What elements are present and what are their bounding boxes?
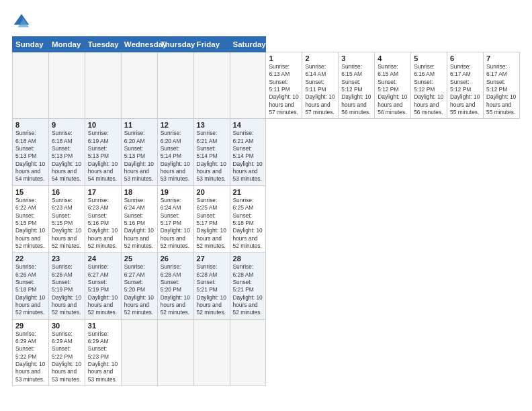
calendar-cell: 2Sunrise: 6:14 AMSunset: 5:11 PMDaylight… <box>302 52 339 119</box>
page-container: SundayMondayTuesdayWednesdayThursdayFrid… <box>0 0 532 411</box>
calendar-cell: 21Sunrise: 6:25 AMSunset: 5:18 PMDayligh… <box>230 185 266 252</box>
day-info: Sunrise: 6:19 AMSunset: 5:13 PMDaylight:… <box>88 130 118 182</box>
calendar-cell: 31Sunrise: 6:29 AMSunset: 5:23 PMDayligh… <box>85 319 121 385</box>
calendar-cell: 14Sunrise: 6:21 AMSunset: 5:14 PMDayligh… <box>230 119 266 185</box>
calendar-cell: 1Sunrise: 6:13 AMSunset: 5:11 PMDaylight… <box>266 52 302 119</box>
calendar-header-row: SundayMondayTuesdayWednesdayThursdayFrid… <box>13 37 520 52</box>
day-info: Sunrise: 6:24 AMSunset: 5:16 PMDaylight:… <box>124 197 154 249</box>
day-info: Sunrise: 6:28 AMSunset: 5:21 PMDaylight:… <box>233 263 263 316</box>
calendar-cell: 9Sunrise: 6:18 AMSunset: 5:13 PMDaylight… <box>48 119 85 185</box>
day-info: Sunrise: 6:16 AMSunset: 5:12 PMDaylight:… <box>414 63 443 116</box>
day-number: 31 <box>88 322 118 330</box>
logo <box>12 12 32 31</box>
calendar-week-row: 29Sunrise: 6:29 AMSunset: 5:22 PMDayligh… <box>13 319 520 385</box>
calendar-cell <box>157 52 193 119</box>
day-number: 24 <box>88 255 118 263</box>
calendar-week-row: 15Sunrise: 6:22 AMSunset: 5:15 PMDayligh… <box>13 185 520 252</box>
calendar-week-row: 22Sunrise: 6:26 AMSunset: 5:18 PMDayligh… <box>13 253 520 319</box>
calendar-cell: 10Sunrise: 6:19 AMSunset: 5:13 PMDayligh… <box>85 119 121 185</box>
day-number: 21 <box>233 188 263 196</box>
calendar-cell <box>230 319 266 385</box>
calendar-cell <box>121 52 157 119</box>
day-number: 27 <box>197 255 227 263</box>
day-info: Sunrise: 6:13 AMSunset: 5:11 PMDaylight:… <box>269 63 298 116</box>
day-number: 13 <box>197 121 227 129</box>
calendar-header-wednesday: Wednesday <box>121 37 157 52</box>
day-number: 28 <box>233 255 263 263</box>
day-number: 4 <box>378 54 408 62</box>
calendar-cell: 17Sunrise: 6:23 AMSunset: 5:16 PMDayligh… <box>85 185 121 252</box>
calendar-header-monday: Monday <box>48 37 85 52</box>
day-info: Sunrise: 6:23 AMSunset: 5:16 PMDaylight:… <box>88 197 118 249</box>
calendar-cell: 11Sunrise: 6:20 AMSunset: 5:13 PMDayligh… <box>121 119 157 185</box>
calendar-cell: 30Sunrise: 6:29 AMSunset: 5:22 PMDayligh… <box>48 319 85 385</box>
calendar-cell <box>121 319 157 385</box>
day-info: Sunrise: 6:15 AMSunset: 5:12 PMDaylight:… <box>378 63 407 116</box>
calendar-cell: 24Sunrise: 6:27 AMSunset: 5:19 PMDayligh… <box>85 253 121 319</box>
calendar-cell: 7Sunrise: 6:17 AMSunset: 5:12 PMDaylight… <box>483 52 519 119</box>
calendar-header-tuesday: Tuesday <box>85 37 121 52</box>
calendar-header-thursday: Thursday <box>157 37 193 52</box>
day-info: Sunrise: 6:21 AMSunset: 5:14 PMDaylight:… <box>197 130 226 182</box>
calendar-cell <box>85 52 121 119</box>
day-number: 7 <box>486 54 517 62</box>
day-number: 30 <box>52 322 82 330</box>
day-info: Sunrise: 6:18 AMSunset: 5:13 PMDaylight:… <box>52 130 81 182</box>
calendar-cell <box>157 319 193 385</box>
calendar-cell: 20Sunrise: 6:25 AMSunset: 5:17 PMDayligh… <box>193 185 230 252</box>
calendar-cell: 15Sunrise: 6:22 AMSunset: 5:15 PMDayligh… <box>13 185 49 252</box>
day-number: 8 <box>15 121 46 129</box>
calendar-week-row: 8Sunrise: 6:18 AMSunset: 5:13 PMDaylight… <box>13 119 520 185</box>
day-info: Sunrise: 6:24 AMSunset: 5:17 PMDaylight:… <box>161 197 190 249</box>
calendar-cell <box>48 52 85 119</box>
day-info: Sunrise: 6:29 AMSunset: 5:23 PMDaylight:… <box>88 330 118 383</box>
day-info: Sunrise: 6:25 AMSunset: 5:18 PMDaylight:… <box>233 197 263 249</box>
calendar-header-saturday: Saturday <box>230 37 266 52</box>
logo-icon <box>12 12 31 31</box>
day-info: Sunrise: 6:26 AMSunset: 5:18 PMDaylight:… <box>15 263 45 316</box>
calendar-cell: 26Sunrise: 6:28 AMSunset: 5:20 PMDayligh… <box>157 253 193 319</box>
day-number: 3 <box>341 54 371 62</box>
calendar-cell <box>230 52 266 119</box>
calendar-cell: 4Sunrise: 6:15 AMSunset: 5:12 PMDaylight… <box>375 52 411 119</box>
day-number: 20 <box>197 188 227 196</box>
calendar-body: 1Sunrise: 6:13 AMSunset: 5:11 PMDaylight… <box>13 52 520 386</box>
day-info: Sunrise: 6:21 AMSunset: 5:14 PMDaylight:… <box>233 130 263 182</box>
calendar-cell: 3Sunrise: 6:15 AMSunset: 5:12 PMDaylight… <box>339 52 375 119</box>
day-info: Sunrise: 6:17 AMSunset: 5:12 PMDaylight:… <box>450 63 480 116</box>
day-number: 11 <box>124 121 154 129</box>
day-info: Sunrise: 6:15 AMSunset: 5:12 PMDaylight:… <box>341 63 371 116</box>
calendar-cell <box>193 52 230 119</box>
calendar-cell <box>13 52 49 119</box>
day-info: Sunrise: 6:29 AMSunset: 5:22 PMDaylight:… <box>52 330 81 383</box>
calendar-cell: 22Sunrise: 6:26 AMSunset: 5:18 PMDayligh… <box>13 253 49 319</box>
day-info: Sunrise: 6:14 AMSunset: 5:11 PMDaylight:… <box>305 63 335 116</box>
day-info: Sunrise: 6:17 AMSunset: 5:12 PMDaylight:… <box>486 63 516 116</box>
day-info: Sunrise: 6:28 AMSunset: 5:21 PMDaylight:… <box>197 263 226 316</box>
day-number: 5 <box>414 54 444 62</box>
calendar-cell: 5Sunrise: 6:16 AMSunset: 5:12 PMDaylight… <box>411 52 447 119</box>
day-info: Sunrise: 6:27 AMSunset: 5:19 PMDaylight:… <box>88 263 118 316</box>
calendar-cell: 28Sunrise: 6:28 AMSunset: 5:21 PMDayligh… <box>230 253 266 319</box>
day-number: 22 <box>15 255 46 263</box>
day-number: 10 <box>88 121 118 129</box>
day-number: 26 <box>161 255 191 263</box>
day-info: Sunrise: 6:28 AMSunset: 5:20 PMDaylight:… <box>161 263 190 316</box>
calendar-cell: 27Sunrise: 6:28 AMSunset: 5:21 PMDayligh… <box>193 253 230 319</box>
header <box>12 12 520 31</box>
day-number: 29 <box>15 322 46 330</box>
day-number: 18 <box>124 188 154 196</box>
day-info: Sunrise: 6:25 AMSunset: 5:17 PMDaylight:… <box>197 197 226 249</box>
day-number: 1 <box>269 54 299 62</box>
calendar-cell: 12Sunrise: 6:20 AMSunset: 5:14 PMDayligh… <box>157 119 193 185</box>
calendar-cell: 25Sunrise: 6:27 AMSunset: 5:20 PMDayligh… <box>121 253 157 319</box>
calendar-cell: 23Sunrise: 6:26 AMSunset: 5:19 PMDayligh… <box>48 253 85 319</box>
calendar-week-row: 1Sunrise: 6:13 AMSunset: 5:11 PMDaylight… <box>13 52 520 119</box>
calendar-cell: 29Sunrise: 6:29 AMSunset: 5:22 PMDayligh… <box>13 319 49 385</box>
day-info: Sunrise: 6:27 AMSunset: 5:20 PMDaylight:… <box>124 263 154 316</box>
day-number: 12 <box>161 121 191 129</box>
calendar: SundayMondayTuesdayWednesdayThursdayFrid… <box>12 36 520 386</box>
day-number: 15 <box>15 188 46 196</box>
day-info: Sunrise: 6:29 AMSunset: 5:22 PMDaylight:… <box>15 330 45 383</box>
day-info: Sunrise: 6:23 AMSunset: 5:15 PMDaylight:… <box>52 197 81 249</box>
